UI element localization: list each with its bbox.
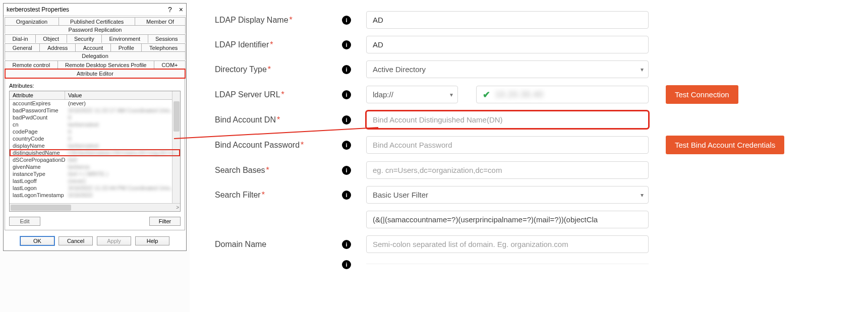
search-filter-select[interactable]: Basic User Filter <box>366 186 649 204</box>
close-icon[interactable]: × <box>179 6 183 14</box>
col-attribute[interactable]: Attribute <box>10 91 65 99</box>
tab-remote-desktop-services-profile[interactable]: Remote Desktop Services Profile <box>57 60 154 69</box>
ldap-identifier-label: LDAP Identifier <box>215 40 269 49</box>
edit-button[interactable]: Edit <box>9 217 40 226</box>
bind-password-input[interactable] <box>366 136 649 154</box>
tab-com+[interactable]: COM+ <box>154 60 186 69</box>
apply-button[interactable]: Apply <box>97 236 131 245</box>
attribute-row[interactable]: codePage0 <box>10 128 180 135</box>
info-icon[interactable]: i <box>342 40 351 49</box>
info-icon[interactable]: i <box>342 90 351 99</box>
attribute-row[interactable]: accountExpires(never) <box>10 100 180 107</box>
properties-dialog: kerberostest Properties ? × Organization… <box>3 3 187 251</box>
info-icon[interactable]: i <box>342 166 351 175</box>
tab-profile[interactable]: Profile <box>110 43 142 52</box>
tab-delegation[interactable]: Delegation <box>5 51 186 60</box>
attribute-row[interactable]: cnkerberostest <box>10 121 180 128</box>
check-icon: ✔ <box>483 89 490 100</box>
tab-account[interactable]: Account <box>75 43 111 52</box>
test-bind-credentials-button[interactable]: Test Bind Account Credentials <box>666 136 784 154</box>
tab-dial-in[interactable]: Dial-in <box>5 34 36 43</box>
tab-organization[interactable]: Organization <box>5 17 59 26</box>
attributes-label: Attributes: <box>9 83 181 89</box>
col-value[interactable]: Value <box>65 91 180 99</box>
tab-general[interactable]: General <box>5 43 40 52</box>
attribute-row[interactable]: countryCode0 <box>10 135 180 142</box>
search-bases-input[interactable] <box>366 161 649 179</box>
attribute-row[interactable]: displayNamekerberostest <box>10 142 180 149</box>
help-button[interactable]: Help <box>135 236 169 245</box>
tab-member-of[interactable]: Member Of <box>135 17 186 26</box>
ldap-identifier-input[interactable] <box>366 36 649 53</box>
tab-security[interactable]: Security <box>67 34 102 43</box>
help-icon[interactable]: ? <box>168 6 172 14</box>
attribute-row[interactable]: instanceType0x4 = ( WRITE ) <box>10 170 180 177</box>
ldap-display-name-input[interactable] <box>366 11 649 29</box>
attribute-row[interactable]: lastLogon3/10/2022 11:22:44 PM Coordinat… <box>10 184 180 192</box>
domain-name-input[interactable] <box>366 235 649 253</box>
attribute-editor-panel: Attributes: Attribute Value accountExpir… <box>5 78 185 230</box>
tab-attribute-editor[interactable]: Attribute Editor <box>5 69 186 79</box>
info-icon[interactable]: i <box>342 191 351 200</box>
ldap-server-host-input[interactable]: ✔ 10.20.30.40 <box>476 86 649 103</box>
ldap-config-form: LDAP Display Name* i LDAP Identifier* i … <box>190 0 868 312</box>
attribute-row[interactable]: lastLogonTimestamp3/10/2022 <box>10 192 180 199</box>
ldap-scheme-select[interactable]: ldap:// <box>366 86 458 103</box>
tab-environment[interactable]: Environment <box>101 34 148 43</box>
tab-sessions[interactable]: Sessions <box>148 34 186 43</box>
search-filter-expression[interactable]: (&(|(samaccountname=?)(userprincipalname… <box>366 211 649 228</box>
attribute-row[interactable]: dSCorePropagationD...0x0 <box>10 156 180 163</box>
attributes-table[interactable]: Attribute Value accountExpires(never)bad… <box>9 91 181 212</box>
attribute-row[interactable]: lastLogoff(never) <box>10 177 180 184</box>
test-connection-button[interactable]: Test Connection <box>666 85 738 104</box>
ldap-display-name-label: LDAP Display Name <box>215 16 288 24</box>
tab-address[interactable]: Address <box>39 43 76 52</box>
scrollbar-horizontal[interactable]: < > <box>10 203 180 211</box>
bind-dn-input[interactable] <box>366 111 649 129</box>
tab-object[interactable]: Object <box>35 34 67 43</box>
scrollbar-vertical[interactable] <box>172 91 180 203</box>
info-icon[interactable]: i <box>342 240 351 249</box>
info-icon[interactable]: i <box>342 141 351 150</box>
info-icon[interactable]: i <box>342 115 351 124</box>
search-filter-label: Search Filter <box>215 191 261 199</box>
info-icon[interactable]: i <box>342 260 351 269</box>
tab-telephones[interactable]: Telephones <box>141 43 186 52</box>
dialog-title: kerberostest Properties <box>7 6 69 13</box>
ldap-server-url-label: LDAP Server URL <box>215 90 280 99</box>
dialog-titlebar[interactable]: kerberostest Properties ? × <box>4 4 186 16</box>
info-icon[interactable]: i <box>342 16 351 25</box>
domain-name-label: Domain Name <box>215 240 266 249</box>
info-icon[interactable]: i <box>342 65 351 74</box>
attribute-row[interactable]: givenNamekerberos <box>10 163 180 170</box>
attribute-row[interactable]: distinguishedNameCN=kerberostest,CN=User… <box>10 149 180 156</box>
attribute-row[interactable]: badPasswordTime3/10/2022 11:22:17 AM Coo… <box>10 107 180 114</box>
ok-button[interactable]: OK <box>20 236 54 245</box>
filter-button[interactable]: Filter <box>149 217 181 226</box>
bind-password-label: Bind Account Password <box>215 141 300 149</box>
directory-type-label: Directory Type <box>215 65 267 74</box>
tab-remote-control[interactable]: Remote control <box>5 60 58 69</box>
search-bases-label: Search Bases <box>215 166 265 174</box>
bind-dn-label: Bind Account DN <box>215 115 276 124</box>
directory-type-select[interactable]: Active Directory <box>366 60 649 78</box>
cancel-button[interactable]: Cancel <box>59 236 93 245</box>
attribute-row[interactable]: badPwdCount0 <box>10 114 180 121</box>
tab-published-certificates[interactable]: Published Certificates <box>59 17 135 26</box>
tab-password-replication[interactable]: Password Replication <box>5 25 186 34</box>
